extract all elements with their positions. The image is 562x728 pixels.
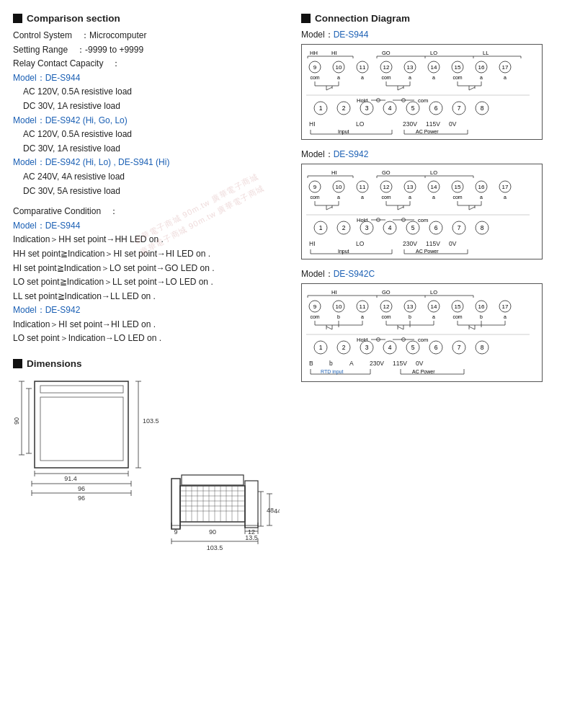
relay-capacity: Relay Contact Capacity ： bbox=[13, 57, 294, 71]
s944-acpower-bracket: AC Power bbox=[403, 128, 475, 136]
svg-text:a: a bbox=[337, 195, 340, 200]
svg-text:2: 2 bbox=[342, 344, 346, 351]
s944-0v: 0V bbox=[449, 120, 463, 128]
svg-text:11: 11 bbox=[360, 184, 366, 190]
svg-text:HI: HI bbox=[331, 50, 337, 56]
diagram-box-s942c: HI GO LO 9 10 11 12 bbox=[301, 283, 543, 382]
svg-text:15: 15 bbox=[455, 184, 461, 190]
ac-load-s942-hgl: AC 120V, 0.5A resistive load bbox=[13, 128, 294, 141]
s942c-B-label: B bbox=[309, 360, 329, 367]
svg-text:a: a bbox=[480, 195, 483, 200]
model-s944-label: Model： bbox=[301, 30, 334, 40]
svg-line-126 bbox=[398, 87, 403, 90]
s942c-acpower-bracket: AC Power bbox=[399, 368, 471, 378]
s944-230v: 230V bbox=[403, 120, 426, 128]
svg-text:a: a bbox=[432, 314, 435, 319]
svg-text:com: com bbox=[418, 217, 428, 223]
svg-text:com: com bbox=[418, 97, 428, 104]
section-icon bbox=[13, 14, 22, 23]
s942c-A-label: A bbox=[349, 360, 370, 367]
svg-text:LO: LO bbox=[430, 289, 437, 296]
s942c-0v: 0V bbox=[416, 360, 430, 367]
s942-bracket-labels: Input AC Power bbox=[306, 248, 538, 255]
svg-text:9: 9 bbox=[174, 528, 177, 536]
svg-text:1: 1 bbox=[319, 344, 323, 351]
svg-text:13: 13 bbox=[407, 184, 414, 190]
setting-range: Setting Range ：-9999 to +9999 bbox=[13, 43, 294, 57]
dimensions-section: Dimensions 90 bbox=[13, 358, 294, 569]
svg-text:Input: Input bbox=[338, 249, 349, 254]
svg-text:a: a bbox=[504, 75, 507, 80]
svg-text:3: 3 bbox=[365, 224, 369, 231]
svg-text:1: 1 bbox=[319, 105, 323, 112]
svg-text:4: 4 bbox=[388, 344, 392, 351]
svg-rect-44 bbox=[182, 475, 244, 485]
svg-text:7: 7 bbox=[458, 344, 461, 351]
svg-text:a: a bbox=[409, 195, 411, 200]
svg-text:a: a bbox=[361, 195, 364, 200]
model-s942c-diagram: Model：DE-S942C bbox=[301, 268, 549, 280]
svg-text:LO: LO bbox=[430, 50, 437, 56]
svg-text:GO: GO bbox=[382, 169, 391, 176]
model-s944: Model：DE-S944 bbox=[13, 71, 294, 85]
right-column: Connection Diagram Model：DE-S944 HH HI G… bbox=[301, 13, 549, 721]
svg-text:48: 48 bbox=[267, 507, 274, 514]
svg-text:6: 6 bbox=[434, 224, 438, 231]
s942-acpower-bracket: AC Power bbox=[403, 248, 475, 255]
model-s942c-label: Model： bbox=[301, 269, 334, 279]
svg-text:96: 96 bbox=[78, 485, 85, 492]
svg-line-219 bbox=[469, 207, 475, 210]
control-system: Control System ：Microcomputer bbox=[13, 29, 294, 43]
svg-text:17: 17 bbox=[502, 64, 509, 71]
model-s944-value: DE-S944 bbox=[334, 30, 369, 40]
svg-rect-0 bbox=[35, 381, 128, 468]
svg-text:103.5: 103.5 bbox=[143, 417, 159, 425]
s942-230v: 230V bbox=[403, 240, 426, 247]
left-column: Comparison section Control System ：Micro… bbox=[13, 13, 294, 721]
svg-text:10: 10 bbox=[336, 64, 342, 71]
svg-line-301 bbox=[398, 327, 403, 329]
svg-text:5: 5 bbox=[411, 344, 415, 351]
diagram-box-s942: HI GO LO 9 10 11 12 bbox=[301, 164, 543, 259]
svg-text:a: a bbox=[361, 75, 364, 80]
s942-hi-label: HI bbox=[309, 240, 356, 247]
s942-input-bracket: Input bbox=[309, 248, 403, 255]
svg-text:5: 5 bbox=[411, 224, 415, 231]
svg-text:com: com bbox=[418, 337, 428, 343]
svg-text:16: 16 bbox=[478, 64, 485, 71]
svg-text:13.5: 13.5 bbox=[245, 534, 258, 541]
s942c-b-label: b bbox=[329, 360, 349, 367]
svg-text:HH: HH bbox=[310, 50, 318, 56]
svg-rect-1 bbox=[40, 386, 123, 393]
ac-load-s944: AC 120V, 0.5A resistive load bbox=[13, 85, 294, 99]
svg-text:GO: GO bbox=[382, 289, 391, 296]
svg-text:11: 11 bbox=[360, 64, 366, 71]
svg-text:a: a bbox=[432, 75, 435, 80]
model-s942-diagram: Model：DE-S942 bbox=[301, 148, 549, 161]
s942c-svg: HI GO LO 9 10 11 12 bbox=[306, 288, 530, 356]
comparison-section: Comparison section Control System ：Micro… bbox=[13, 13, 294, 345]
svg-text:1: 1 bbox=[319, 224, 323, 231]
svg-text:com: com bbox=[381, 195, 391, 200]
svg-text:3: 3 bbox=[365, 105, 369, 112]
connection-icon bbox=[301, 14, 311, 23]
svg-text:b: b bbox=[337, 314, 340, 319]
svg-text:3: 3 bbox=[365, 344, 369, 351]
svg-text:4: 4 bbox=[388, 105, 392, 112]
model-s944-comp: Model：DE-S944 bbox=[13, 219, 294, 233]
svg-text:HI: HI bbox=[331, 169, 337, 176]
svg-text:10: 10 bbox=[336, 184, 342, 190]
svg-line-308 bbox=[469, 327, 475, 329]
s942-svg: HI GO LO 9 10 11 12 bbox=[306, 168, 530, 236]
comp-s942-hi: Indication＞HI set point→HI LED on . bbox=[13, 318, 294, 332]
svg-text:8: 8 bbox=[481, 224, 484, 231]
svg-text:a: a bbox=[361, 314, 364, 319]
s944-input-bracket: Input bbox=[309, 128, 403, 136]
svg-text:AC Power: AC Power bbox=[412, 369, 435, 374]
svg-text:16: 16 bbox=[478, 184, 485, 190]
svg-text:16: 16 bbox=[478, 303, 485, 310]
svg-text:6: 6 bbox=[434, 344, 438, 351]
svg-text:12: 12 bbox=[383, 303, 390, 310]
model-s942-value: DE-S942 bbox=[334, 149, 369, 159]
dimensions-title: Dimensions bbox=[13, 358, 294, 369]
